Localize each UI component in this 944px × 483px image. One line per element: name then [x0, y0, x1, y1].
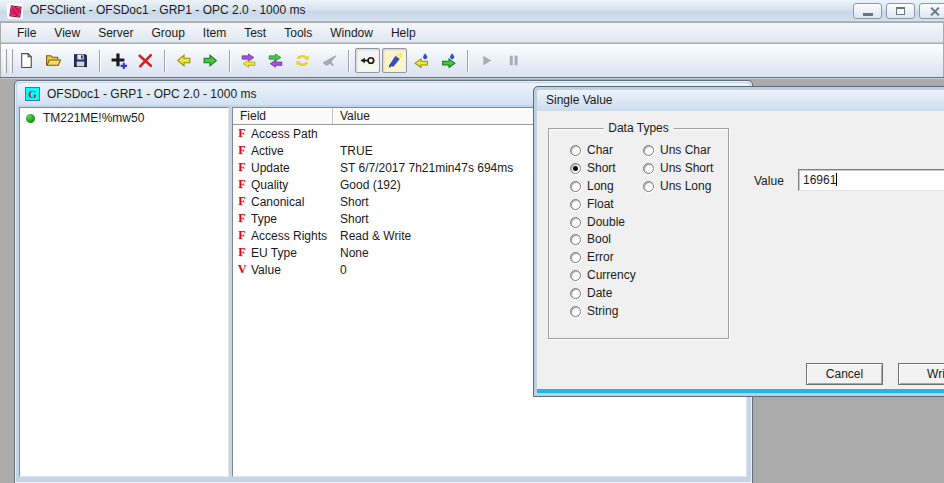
forward-arrow-icon: [202, 52, 219, 69]
radio-circle-icon: [570, 163, 581, 174]
app-icon: [7, 3, 23, 19]
menu-item-server[interactable]: Server: [89, 24, 142, 42]
dialog-body: Data Types Char Short Long Float: [537, 111, 944, 389]
menu-item-tools[interactable]: Tools: [275, 24, 321, 42]
cube-logo-icon: [9, 5, 21, 17]
add-item-button[interactable]: [106, 48, 131, 73]
window-title: OFSClient - OFSDoc1 - GRP1 - OPC 2.0 - 1…: [30, 3, 305, 17]
sync-write-arrows-icon: [267, 52, 284, 69]
key-icon: [359, 52, 376, 69]
menu-item-file[interactable]: File: [8, 24, 45, 42]
field-name: Access Path: [251, 127, 333, 141]
async-write-button[interactable]: [436, 48, 461, 73]
single-value-dialog: Single Value Data Types Char Short Long: [533, 86, 944, 397]
stop-button[interactable]: [317, 48, 342, 73]
radio-date[interactable]: Date: [570, 286, 612, 300]
radio-long[interactable]: Long: [570, 179, 614, 193]
menu-item-test[interactable]: Test: [235, 24, 275, 42]
dialog-bottom-accent: [537, 389, 944, 393]
radio-label: Error: [587, 250, 614, 264]
menu-item-help[interactable]: Help: [382, 24, 425, 42]
async-read-button[interactable]: [409, 48, 434, 73]
radio-uns-short[interactable]: Uns Short: [643, 161, 713, 175]
write-button[interactable]: Write: [898, 363, 944, 385]
tree-item-label: TM221ME!%mw50: [43, 111, 144, 125]
field-name: Value: [251, 263, 333, 277]
toolbar-grip[interactable]: [10, 49, 13, 73]
field-icon: F: [233, 177, 251, 192]
radio-circle-icon: [643, 163, 654, 174]
menu-item-view[interactable]: View: [45, 24, 89, 42]
field-icon: F: [233, 194, 251, 209]
radio-circle-icon: [570, 181, 581, 192]
field-icon: V: [233, 262, 251, 277]
menu-item-item[interactable]: Item: [194, 24, 235, 42]
radio-circle-icon: [570, 270, 581, 281]
key-monitor-button[interactable]: [355, 48, 380, 73]
toolbar-separator: [229, 50, 230, 72]
field-icon: F: [233, 143, 251, 158]
radio-label: Double: [587, 215, 625, 229]
radio-uns-long[interactable]: Uns Long: [643, 179, 711, 193]
minimize-icon: [863, 13, 873, 16]
field-icon: F: [233, 160, 251, 175]
add-item-icon: [110, 52, 127, 69]
value-label: Value: [754, 174, 784, 188]
play-button[interactable]: [474, 48, 499, 73]
radio-label: Short: [587, 161, 616, 175]
save-file-button[interactable]: [68, 48, 93, 73]
radio-circle-icon: [570, 288, 581, 299]
radio-circle-icon: [643, 145, 654, 156]
radio-label: Currency: [587, 268, 636, 282]
field-name: Canonical: [251, 195, 333, 209]
toolbar-separator: [164, 50, 165, 72]
radio-error[interactable]: Error: [570, 250, 614, 264]
refresh-button[interactable]: [290, 48, 315, 73]
main-titlebar: OFSClient - OFSDoc1 - GRP1 - OPC 2.0 - 1…: [0, 0, 944, 22]
field-name: Active: [251, 144, 333, 158]
value-input[interactable]: 16961: [798, 169, 944, 191]
save-file-icon: [72, 52, 89, 69]
field-name: Quality: [251, 178, 333, 192]
menu-item-group[interactable]: Group: [142, 24, 193, 42]
radio-label: Uns Long: [660, 179, 711, 193]
next-item-button[interactable]: [198, 48, 223, 73]
new-document-button[interactable]: [14, 48, 39, 73]
dialog-title: Single Value: [546, 93, 613, 107]
delete-item-button[interactable]: [133, 48, 158, 73]
previous-item-button[interactable]: [171, 48, 196, 73]
new-document-icon: [18, 52, 35, 69]
item-tree-panel: TM221ME!%mw50: [19, 107, 229, 477]
radio-uns-char[interactable]: Uns Char: [643, 143, 711, 157]
open-file-button[interactable]: [41, 48, 66, 73]
minimize-button[interactable]: [853, 3, 882, 19]
field-icon: F: [233, 245, 251, 260]
radio-float[interactable]: Float: [570, 197, 614, 211]
async-read-arrow-icon: [413, 52, 430, 69]
toolbar-grip[interactable]: [4, 49, 7, 73]
sync-write-button[interactable]: [263, 48, 288, 73]
value-input-text: 16961: [803, 173, 836, 187]
radio-label: String: [587, 304, 618, 318]
pause-button[interactable]: [501, 48, 526, 73]
write-monitor-button[interactable]: [382, 48, 407, 73]
column-header-field[interactable]: Field: [233, 108, 333, 124]
radio-currency[interactable]: Currency: [570, 268, 636, 282]
menu-item-window[interactable]: Window: [321, 24, 382, 42]
sync-read-button[interactable]: [236, 48, 261, 73]
radio-string[interactable]: String: [570, 304, 618, 318]
restore-button[interactable]: [886, 3, 915, 19]
close-button[interactable]: [919, 3, 944, 19]
field-icon: F: [233, 228, 251, 243]
group-icon: G: [25, 87, 40, 101]
radio-label: Bool: [587, 232, 611, 246]
radio-char[interactable]: Char: [570, 143, 613, 157]
radio-double[interactable]: Double: [570, 215, 625, 229]
tree-item-tm221[interactable]: TM221ME!%mw50: [20, 108, 228, 127]
radio-bool[interactable]: Bool: [570, 232, 611, 246]
radio-circle-icon: [570, 252, 581, 263]
radio-label: Char: [587, 143, 613, 157]
cancel-button[interactable]: Cancel: [806, 363, 883, 385]
radio-short[interactable]: Short: [570, 161, 616, 175]
field-icon: F: [233, 211, 251, 226]
